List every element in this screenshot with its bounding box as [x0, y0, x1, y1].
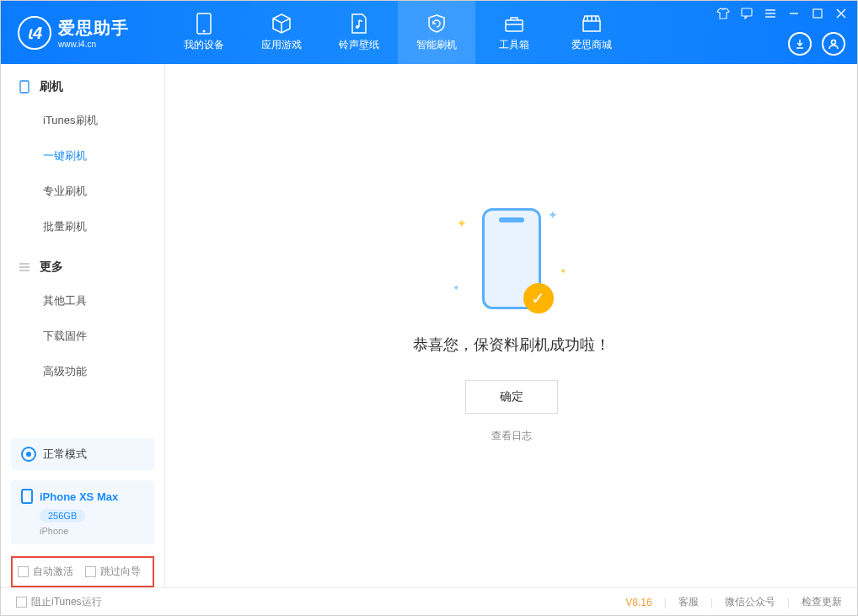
logo-text: 爱思助手 www.i4.cn [58, 17, 129, 49]
success-illustration: ✦ ✦ ✦ ✦ ✓ [457, 208, 566, 318]
sidebar-item-pro-flash[interactable]: 专业刷机 [1, 174, 164, 209]
ok-button[interactable]: 确定 [465, 380, 558, 414]
check-badge-icon: ✓ [523, 283, 554, 313]
checkbox-skip-guide[interactable]: 跳过向导 [85, 565, 141, 579]
refresh-shield-icon [426, 13, 448, 35]
device-storage: 256GB [40, 509, 85, 522]
device-phone-icon [21, 489, 33, 504]
nav-tab-flash[interactable]: 智能刷机 [398, 1, 475, 64]
sparkle-icon: ✦ [453, 283, 459, 292]
device-icon [193, 13, 215, 35]
menu-icon[interactable] [763, 6, 778, 21]
footer-link-support[interactable]: 客服 [678, 595, 699, 609]
nav-label: 应用游戏 [261, 38, 302, 52]
checkbox-icon [16, 597, 27, 608]
feedback-icon[interactable] [739, 6, 754, 21]
svg-point-2 [356, 25, 359, 29]
checkbox-label: 跳过向导 [100, 565, 141, 579]
view-log-link[interactable]: 查看日志 [491, 429, 532, 443]
sidebar-item-other-tools[interactable]: 其他工具 [1, 283, 164, 319]
sidebar-item-itunes-flash[interactable]: iTunes刷机 [1, 103, 164, 138]
sparkle-icon: ✦ [560, 266, 566, 276]
body: 刷机 iTunes刷机 一键刷机 专业刷机 批量刷机 更多 其他工具 下载固件 … [1, 64, 857, 587]
sidebar-section-more: 更多 [1, 244, 164, 283]
cube-icon [271, 13, 292, 35]
sidebar: 刷机 iTunes刷机 一键刷机 专业刷机 批量刷机 更多 其他工具 下载固件 … [1, 64, 165, 587]
footer: 阻止iTunes运行 V8.16 | 客服 | 微信公众号 | 检查更新 [1, 587, 857, 616]
sidebar-item-advanced[interactable]: 高级功能 [1, 354, 164, 389]
device-mode-panel[interactable]: 正常模式 [11, 438, 154, 470]
sidebar-item-batch-flash[interactable]: 批量刷机 [1, 209, 164, 244]
svg-point-1 [203, 30, 206, 33]
svg-rect-5 [813, 9, 822, 18]
device-info-panel[interactable]: iPhone XS Max 256GB iPhone [11, 480, 154, 544]
nav-tabs: 我的设备 应用游戏 铃声壁纸 智能刷机 工具箱 爱思商城 [165, 1, 630, 64]
sparkle-icon: ✦ [548, 208, 558, 222]
checkbox-label: 自动激活 [33, 565, 73, 579]
user-button[interactable] [822, 32, 845, 56]
footer-right: V8.16 | 客服 | 微信公众号 | 检查更新 [625, 595, 842, 609]
app-logo-icon: ɩ4 [18, 16, 51, 50]
svg-point-6 [832, 40, 836, 45]
main-content: ✦ ✦ ✦ ✦ ✓ 恭喜您，保资料刷机成功啦！ 确定 查看日志 [165, 64, 857, 587]
mode-label: 正常模式 [43, 447, 87, 462]
mode-icon [21, 447, 36, 462]
footer-link-wechat[interactable]: 微信公众号 [725, 595, 775, 609]
close-button[interactable] [834, 6, 849, 21]
nav-label: 智能刷机 [416, 38, 457, 52]
footer-link-update[interactable]: 检查更新 [802, 595, 842, 609]
store-icon [581, 13, 603, 35]
download-button[interactable] [788, 32, 812, 56]
device-name: iPhone XS Max [40, 490, 118, 503]
svg-rect-7 [20, 81, 29, 93]
sidebar-item-oneclick-flash[interactable]: 一键刷机 [1, 138, 164, 174]
maximize-button[interactable] [810, 6, 825, 21]
svg-rect-3 [506, 20, 523, 31]
checkbox-block-itunes[interactable]: 阻止iTunes运行 [16, 595, 102, 609]
highlighted-checkbox-row: 自动激活 跳过向导 [11, 556, 154, 587]
titlebar-controls [716, 6, 849, 21]
nav-label: 爱思商城 [571, 38, 612, 52]
svg-rect-4 [742, 8, 752, 16]
tshirt-icon[interactable] [716, 6, 731, 21]
checkbox-icon [18, 566, 29, 577]
music-file-icon [348, 13, 370, 35]
header-right [788, 32, 845, 56]
nav-tab-toolbox[interactable]: 工具箱 [475, 1, 553, 64]
list-icon [18, 260, 31, 274]
version-label: V8.16 [625, 597, 652, 608]
app-subtitle: www.i4.cn [58, 40, 129, 49]
phone-icon [18, 80, 31, 94]
nav-label: 铃声壁纸 [339, 38, 379, 52]
nav-tab-store[interactable]: 爱思商城 [553, 1, 630, 64]
app-header: ɩ4 爱思助手 www.i4.cn 我的设备 应用游戏 铃声壁纸 智能刷机 工具… [1, 1, 857, 64]
sidebar-item-download-firmware[interactable]: 下载固件 [1, 319, 164, 354]
checkbox-label: 阻止iTunes运行 [31, 595, 102, 609]
device-name-row: iPhone XS Max [21, 489, 144, 504]
app-title: 爱思助手 [58, 17, 129, 40]
minimize-button[interactable] [786, 6, 802, 21]
sparkle-icon: ✦ [457, 217, 467, 230]
sidebar-section-flash: 刷机 [1, 64, 164, 103]
section-title: 刷机 [40, 79, 63, 94]
section-title: 更多 [40, 260, 63, 275]
success-message: 恭喜您，保资料刷机成功啦！ [413, 335, 610, 355]
device-type: iPhone [40, 526, 144, 536]
nav-tab-apps[interactable]: 应用游戏 [243, 1, 320, 64]
toolbox-icon [503, 13, 525, 35]
checkbox-auto-activate[interactable]: 自动激活 [18, 565, 73, 579]
nav-tab-ringtone[interactable]: 铃声壁纸 [320, 1, 398, 64]
nav-tab-device[interactable]: 我的设备 [165, 1, 243, 64]
checkbox-icon [85, 566, 96, 577]
logo-area: ɩ4 爱思助手 www.i4.cn [1, 16, 165, 50]
nav-label: 我的设备 [184, 38, 224, 52]
nav-label: 工具箱 [499, 38, 529, 52]
